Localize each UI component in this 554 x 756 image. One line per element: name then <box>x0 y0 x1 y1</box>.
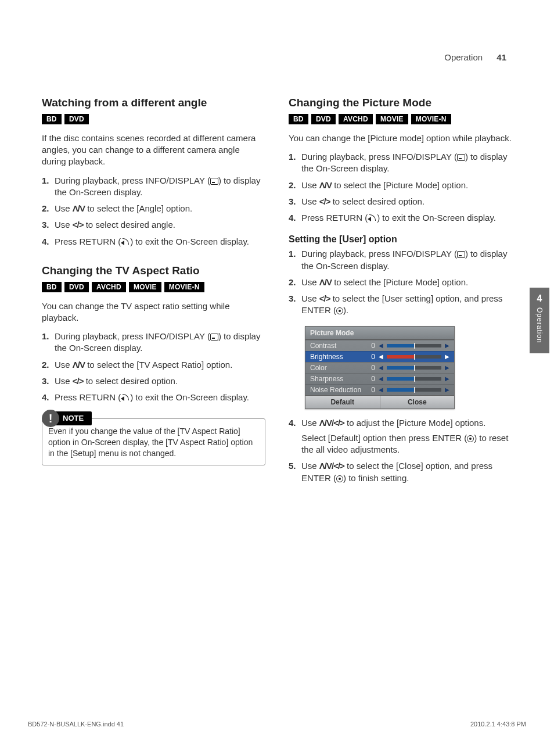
step: 3.Use </> to select desired option. <box>289 196 512 207</box>
up-down-icon: Λ/V <box>319 180 332 190</box>
format-badges: BD DVD AVCHD MOVIE MOVIE-N <box>42 281 265 292</box>
info-display-icon <box>457 154 465 161</box>
osd-row: Color0◀▶ <box>305 362 454 373</box>
chapter-number: 4 <box>530 293 549 304</box>
step: 1.During playback, press INFO/DISPLAY ()… <box>289 151 512 175</box>
left-right-icon: </> <box>73 220 84 230</box>
steps-list: 1.During playback, press INFO/DISPLAY ()… <box>42 175 265 248</box>
page: Operation 41 Watching from a different a… <box>24 0 530 697</box>
nav-arrows-icon: Λ/V/</> <box>319 418 344 428</box>
step: 1.During playback, press INFO/DISPLAY ()… <box>42 175 265 199</box>
note-text: Even if you change the value of the [TV … <box>48 427 253 458</box>
badge: DVD <box>64 114 89 124</box>
enter-icon <box>336 475 343 482</box>
up-down-icon: Λ/V <box>73 360 85 370</box>
badge: MOVIE-N <box>411 114 451 124</box>
badge: AVCHD <box>339 114 373 124</box>
osd-row: Noise Reduction0◀▶ <box>305 384 454 395</box>
badge: BD <box>42 282 62 292</box>
left-right-icon: </> <box>73 376 84 386</box>
picture-mode-osd: Picture Mode Contrast0◀▶ Brightness0◀▶ C… <box>305 326 455 409</box>
steps-list: 1.During playback, press INFO/DISPLAY ()… <box>42 331 265 403</box>
intro-text: If the disc contains scenes recorded at … <box>42 132 265 168</box>
arrow-right-icon: ▶ <box>445 386 449 393</box>
section-title: Watching from a different angle <box>42 96 265 110</box>
info-display-icon <box>457 251 465 258</box>
arrow-right-icon: ▶ <box>445 375 449 382</box>
step: 4.Press RETURN () to exit the On-Screen … <box>42 236 265 248</box>
step: 4.Use Λ/V/</> to adjust the [Picture Mod… <box>289 417 512 456</box>
section-title: Changing the Picture Mode <box>289 96 512 110</box>
content-columns: Watching from a different angle BD DVD I… <box>42 91 512 493</box>
badge: BD <box>289 114 308 124</box>
header-section: Operation <box>444 52 483 62</box>
intro-text: You can change the TV aspect ratio setti… <box>42 300 265 324</box>
note-tab: ! NOTE <box>42 410 92 427</box>
arrow-left-icon: ◀ <box>379 353 383 360</box>
step: 4.Press RETURN () to exit the On-Screen … <box>289 212 512 224</box>
format-badges: BD DVD AVCHD MOVIE MOVIE-N <box>289 113 512 124</box>
chapter-label: Operation <box>535 307 544 343</box>
return-icon <box>368 214 377 221</box>
step: 4.Press RETURN () to exit the On-Screen … <box>42 392 265 403</box>
running-header: Operation 41 <box>42 52 512 62</box>
section-title: Changing the TV Aspect Ratio <box>42 264 265 278</box>
step: 5.Use Λ/V/</> to select the [Close] opti… <box>289 460 512 484</box>
step: 3.Use </> to select desired angle. <box>42 219 265 231</box>
enter-icon <box>467 435 474 442</box>
page-number: 41 <box>497 52 506 62</box>
up-down-icon: Λ/V <box>73 203 85 213</box>
arrow-right-icon: ▶ <box>445 364 449 371</box>
step: 2.Use Λ/V to select the [Angle] option. <box>42 203 265 214</box>
footer-timestamp: 2010.2.1 4:43:8 PM <box>470 721 526 728</box>
up-down-icon: Λ/V <box>319 277 332 287</box>
note-box: ! NOTE Even if you change the value of t… <box>42 418 265 465</box>
badge: MOVIE-N <box>164 282 204 292</box>
osd-footer: Default Close <box>305 395 454 409</box>
badge: DVD <box>64 282 89 292</box>
arrow-left-icon: ◀ <box>379 364 383 371</box>
badge: AVCHD <box>92 282 126 292</box>
return-icon <box>121 238 130 245</box>
osd-close-button: Close <box>380 396 455 409</box>
badge: MOVIE <box>129 282 161 292</box>
step: 3.Use </> to select the [User setting] o… <box>289 293 512 317</box>
enter-icon <box>336 307 343 314</box>
nav-arrows-icon: Λ/V/</> <box>319 461 344 471</box>
arrow-left-icon: ◀ <box>379 342 383 349</box>
badge: MOVIE <box>376 114 408 124</box>
footer-filename: BD572-N-BUSALLK-ENG.indd 41 <box>28 721 124 728</box>
arrow-left-icon: ◀ <box>379 386 383 393</box>
step: 3.Use </> to select desired option. <box>42 375 265 387</box>
format-badges: BD DVD <box>42 113 265 124</box>
subsection-title: Setting the [User] option <box>289 234 512 245</box>
osd-row: Sharpness0◀▶ <box>305 373 454 384</box>
print-footer: BD572-N-BUSALLK-ENG.indd 41 2010.2.1 4:4… <box>24 721 530 728</box>
step: 1.During playback, press INFO/DISPLAY ()… <box>289 248 512 272</box>
info-display-icon <box>210 334 218 341</box>
right-column: Changing the Picture Mode BD DVD AVCHD M… <box>289 91 512 493</box>
return-icon <box>121 394 130 401</box>
left-right-icon: </> <box>319 293 330 303</box>
step: 2.Use Λ/V to select the [Picture Mode] o… <box>289 277 512 288</box>
steps-list: 1.During playback, press INFO/DISPLAY ()… <box>289 151 512 224</box>
badge: DVD <box>311 114 336 124</box>
info-display-icon <box>210 178 218 185</box>
steps-list: 1.During playback, press INFO/DISPLAY ()… <box>289 248 512 316</box>
osd-title: Picture Mode <box>305 327 454 340</box>
arrow-right-icon: ▶ <box>445 342 449 349</box>
arrow-left-icon: ◀ <box>379 375 383 382</box>
osd-default-button: Default <box>305 396 380 409</box>
side-tab: 4 Operation <box>530 288 549 353</box>
arrow-right-icon: ▶ <box>445 353 449 360</box>
step: 1.During playback, press INFO/DISPLAY ()… <box>42 331 265 354</box>
intro-text: You can change the [Picture mode] option… <box>289 132 512 144</box>
osd-row-active: Brightness0◀▶ <box>305 351 454 362</box>
step: 2.Use Λ/V to select the [TV Aspect Ratio… <box>42 359 265 371</box>
badge: BD <box>42 114 62 124</box>
steps-list: 4.Use Λ/V/</> to adjust the [Picture Mod… <box>289 417 512 484</box>
left-right-icon: </> <box>319 196 330 206</box>
step: 2.Use Λ/V to select the [Picture Mode] o… <box>289 180 512 191</box>
left-column: Watching from a different angle BD DVD I… <box>42 91 265 493</box>
osd-row: Contrast0◀▶ <box>305 340 454 351</box>
